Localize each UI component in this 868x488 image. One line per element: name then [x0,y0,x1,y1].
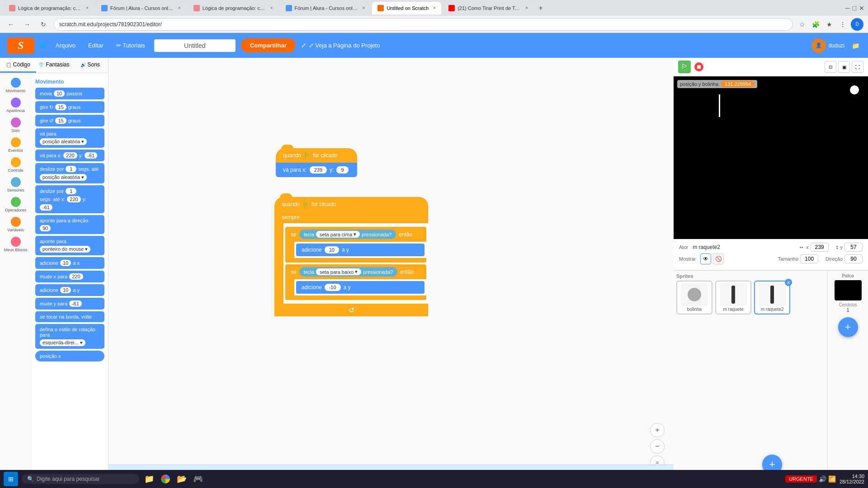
block-va-para-xy[interactable]: vá para x: 220 y: -61 [35,150,104,161]
tab-6-close[interactable]: × [525,5,528,10]
adicione-neg10-ay-block[interactable]: adicione -10 a y [296,281,425,294]
topbar-folder-icon[interactable]: 📁 [850,40,861,51]
star-icon[interactable]: ★ [824,19,835,30]
tab-sons[interactable]: 🔊 Sons [72,58,108,73]
refresh-button[interactable]: ↻ [37,18,50,31]
minimize-button[interactable]: ─ [845,5,850,12]
tab-3-close[interactable]: × [270,5,273,10]
new-tab-button[interactable]: + [535,3,546,14]
adicione-10-ay-block[interactable]: adicione 10 a y [296,244,425,256]
volume-icon[interactable]: 🔊 [819,475,826,483]
settings-icon[interactable]: ⋮ [837,19,848,30]
tab-3[interactable]: Lógica de programação: comece... × [188,2,278,14]
block-gire-cw[interactable]: gire ↻ 15 graus [35,101,104,113]
sprite-delete-raquete2[interactable]: ✕ [785,279,792,286]
view-project-button[interactable]: ⤢ ⤢ Veja a Página do Projeto [301,42,380,49]
sprite-card-bolinha[interactable]: bolinha [676,281,712,314]
address-bar[interactable] [53,18,793,31]
block-adicione-y[interactable]: adicione 10 a y [35,284,104,296]
maximize-button[interactable]: □ [853,5,856,12]
share-button[interactable]: Compartilhar [241,38,296,52]
category-events[interactable]: Eventos [1,136,30,155]
sensing-block-2[interactable]: tecla seta para baixo ▾ pressionada? [299,267,398,277]
block-aponte-para[interactable]: aponte para ponteiro do mouse ▾ [35,236,104,255]
block-adicione-x[interactable]: adicione 10 a x [35,257,104,269]
direction-value[interactable]: 90 [844,254,863,263]
topbar-user[interactable]: 👤 duduzi [811,38,844,53]
block-borda-volte[interactable]: se tocar na borda, volte [35,311,104,322]
taskbar-steam-icon[interactable]: 🎮 [192,473,204,485]
block-mova-passos[interactable]: mova 10 passos [35,88,104,99]
category-control[interactable]: Controle [1,155,30,174]
add-backdrop-button[interactable]: + [838,317,858,337]
tab-fantasias[interactable]: 👕 Fantasias [36,58,72,73]
taskbar-chrome-icon[interactable] [159,473,172,485]
add-input-1[interactable]: 10 [325,246,339,253]
zoom-in-button[interactable]: + [650,423,665,437]
add-input-2[interactable]: -10 [325,284,341,291]
stage-small-button[interactable]: ⊡ [825,61,836,73]
category-sound[interactable]: Som [1,116,30,135]
tab-5-close[interactable]: × [433,5,436,10]
topbar-tutoriais[interactable]: ✏ Tutoriais [113,40,149,51]
block-posicao-x[interactable]: posição x [35,351,104,361]
x-input-1[interactable]: 239 [310,166,327,174]
key-dropdown-1[interactable]: seta para cima ▾ [316,231,360,238]
network-icon[interactable]: 📶 [828,475,836,483]
block-deslize-xy[interactable]: deslize por 1 segs. até x: 220 y: -61 [35,185,104,213]
project-title[interactable]: Untitled [154,39,236,52]
block-aponte-direcao[interactable]: aponte para a direção 90 [35,215,104,234]
block-mude-x[interactable]: mude x para 220 [35,271,104,282]
tab-1[interactable]: Lógica de programação: comece... × [4,2,94,14]
tab-6[interactable]: (21) Como Tirar Print de Tela no... × [443,2,533,14]
block-deslize-posicao[interactable]: deslize por 1 segs. até posição aleatóri… [35,163,104,183]
canvas-area[interactable]: quando 🏳 for clicado vá para x: 239 y: 9 [108,58,674,479]
block-gire-ccw[interactable]: gire ↺ 15 graus [35,115,104,127]
va-para-xy-block[interactable]: vá para x: 239 y: 9 [276,163,357,177]
block-mude-y[interactable]: mude y para -61 [35,298,104,310]
category-sensing[interactable]: Sensores [1,175,30,194]
back-button[interactable]: ← [5,18,17,31]
show-hidden-button[interactable]: 🚫 [713,253,724,264]
zoom-out-button[interactable]: − [650,439,665,454]
if-block-2[interactable]: se tecla seta para baixo ▾ pressionada? [285,264,426,300]
y-value[interactable]: 57 [844,243,863,252]
tab-4-close[interactable]: × [363,5,365,10]
profile-button[interactable]: D [851,18,863,31]
key-dropdown-2[interactable]: seta para baixo ▾ [316,268,361,275]
category-variables[interactable]: Variáveis [1,215,30,234]
tab-codigo[interactable]: 📋 Código [0,58,36,73]
topbar-editar[interactable]: Editar [85,40,107,51]
topbar-arquivo[interactable]: Arquivo [52,40,79,51]
close-window-button[interactable]: ✕ [859,5,864,12]
taskbar-files-icon[interactable]: 📂 [175,473,188,485]
sprite-card-raquete[interactable]: m raquete [715,281,751,314]
topbar-globe[interactable]: 🌐 [40,42,47,49]
extension-icon[interactable]: 🧩 [810,19,821,30]
category-myblocks[interactable]: Meus Blocos [1,235,30,254]
taskbar-search[interactable]: 🔍 Digite aqui para pesquisar [22,474,139,484]
block-estilo-rotacao[interactable]: defina o estilo de rotação para esquerda… [35,324,104,349]
show-visible-button[interactable]: 👁 [700,253,711,264]
when-flag-block-2[interactable]: quando 🏳 for clicado [274,197,428,211]
tab-1-close[interactable]: × [86,5,89,10]
category-operators[interactable]: Operadores [1,195,30,214]
x-value[interactable]: 239 [811,243,829,252]
category-movement[interactable]: Movimento [1,76,30,95]
block-group-1[interactable]: quando 🏳 for clicado vá para x: 239 y: 9 [276,148,357,177]
start-button[interactable]: ⊞ [4,472,18,486]
tab-2[interactable]: Fórum | Alura - Cursos online de... × [96,2,186,14]
stage-normal-button[interactable]: ▣ [838,61,850,73]
y-input-1[interactable]: 9 [336,166,348,174]
taskbar-explorer-icon[interactable]: 📁 [143,473,156,485]
stop-button[interactable]: ■ [694,62,703,71]
bookmark-icon[interactable]: ☆ [797,19,807,30]
green-flag-button[interactable]: 🏳 [678,61,691,73]
scratch-logo[interactable]: S [7,38,34,54]
sprite-card-raquete2[interactable]: ✕ m raquete2 [754,281,790,314]
tab-2-close[interactable]: × [178,5,181,10]
tab-5[interactable]: Untitled on Scratch × [372,2,441,14]
tab-4[interactable]: Fórum | Alura - Cursos online de... × [280,2,371,14]
when-flag-block-1[interactable]: quando 🏳 for clicado [276,148,357,163]
if-block-1[interactable]: se tecla seta para cima ▾ pressionada? [285,227,426,263]
